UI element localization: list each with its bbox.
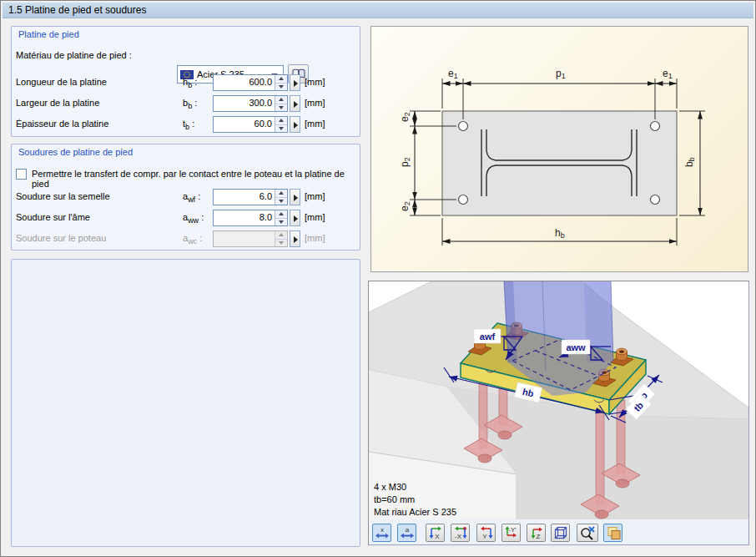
- spin-up-button: [275, 231, 287, 239]
- weld-column-row: Soudure sur le poteau awc : [mm]: [12, 230, 360, 247]
- viewport-3d[interactable]: awf aww: [369, 281, 748, 519]
- svg-text:Z: Z: [536, 533, 540, 540]
- spin-down-button[interactable]: [275, 218, 287, 226]
- svg-text:-X: -X: [455, 533, 462, 540]
- unit-label: [mm]: [305, 98, 325, 108]
- svg-text:Mat riau Acier S 235: Mat riau Acier S 235: [374, 507, 456, 517]
- dim-label-hb: hb: [555, 227, 565, 240]
- weld-flange-row: Soudure sur la semelle awf : 6.0 [mm]: [12, 189, 360, 205]
- field-symbol: awc :: [183, 233, 202, 246]
- view-y-button[interactable]: Y: [476, 524, 496, 542]
- dim-label-e1-right: e1: [663, 68, 673, 80]
- group-welds: Soudures de platine de pied Permettre le…: [11, 144, 360, 251]
- svg-text:Y: Y: [482, 533, 487, 540]
- isometric-cube-icon: [553, 525, 568, 540]
- view-y-icon: Y: [479, 525, 494, 540]
- dim-a-toggle-button[interactable]: a: [397, 524, 416, 542]
- spin-down-button[interactable]: [275, 104, 287, 112]
- unit-label: [mm]: [305, 233, 325, 243]
- spin-up-button[interactable]: [275, 75, 287, 83]
- detail-picker-button[interactable]: [290, 74, 300, 91]
- svg-text:x: x: [381, 526, 384, 534]
- weld-label-awf: awf: [480, 332, 496, 342]
- spin-down-button: [275, 239, 287, 247]
- field-symbol: tb :: [183, 119, 194, 131]
- dim-label-p2: p2: [399, 157, 411, 167]
- weld-web-input[interactable]: 8.0: [213, 210, 288, 226]
- detail-picker-button[interactable]: [290, 189, 300, 205]
- plate-drawing-svg: e1 p1 e1 e2 p2 e2 bb hb: [371, 27, 748, 271]
- svg-text:4 x M30: 4 x M30: [374, 482, 406, 492]
- scene-3d-svg: awf aww: [369, 281, 748, 519]
- spin-up-button[interactable]: [275, 117, 287, 124]
- view-minus-y-button[interactable]: -Y': [501, 524, 521, 542]
- dim-label-bb: bb: [683, 157, 696, 167]
- material-row: Matériau de platine de pied : Acier S 23…: [12, 46, 360, 66]
- spin-down-button[interactable]: [275, 197, 287, 205]
- compression-transfer-checkbox[interactable]: [16, 169, 27, 180]
- field-label: Largeur de la platine: [16, 98, 99, 108]
- spin-down-button[interactable]: [275, 83, 287, 91]
- dim-x-icon: x: [375, 526, 390, 540]
- spin-up-button[interactable]: [275, 210, 287, 218]
- group-base-plate: Platine de pied Matériau de platine de p…: [11, 26, 360, 137]
- weld-web-row: Soudure sur l'âme aww : 8.0 [mm]: [12, 210, 360, 226]
- dim-a-icon: a: [400, 526, 415, 540]
- checkbox-label: Permettre le transfert de compr. par le …: [32, 169, 360, 189]
- field-symbol: aww :: [183, 212, 204, 225]
- render-panel: awf aww: [368, 281, 749, 545]
- field-symbol: hb :: [183, 77, 197, 89]
- spin-up-button[interactable]: [275, 96, 287, 104]
- view-minus-x-icon: -X: [453, 525, 468, 540]
- group-title: Platine de pied: [18, 29, 79, 39]
- svg-text:-Y': -Y': [508, 526, 517, 534]
- dialog-base-plate-welds: 1.5 Platine de pied et soudures Platine …: [0, 0, 756, 557]
- group-title: Soudures de platine de pied: [18, 147, 133, 157]
- field-label: Soudure sur l'âme: [16, 212, 90, 222]
- plate-width-row: Largeur de la platine bb : 300.0 [mm]: [12, 95, 360, 112]
- weld-flange-input[interactable]: 6.0: [213, 189, 288, 205]
- plate-length-input[interactable]: 600.0: [213, 74, 288, 91]
- field-label: Soudure sur la semelle: [16, 191, 110, 201]
- dim-label-e2-bottom: e2: [399, 201, 411, 211]
- detail-picker-button[interactable]: [290, 210, 300, 226]
- field-label: Longueur de la platine: [16, 77, 107, 87]
- unit-label: [mm]: [305, 77, 325, 87]
- view-x-button[interactable]: X: [426, 524, 445, 542]
- unit-label: [mm]: [305, 191, 325, 201]
- plate-width-input[interactable]: 300.0: [213, 95, 288, 112]
- spin-up-button[interactable]: [275, 190, 287, 197]
- view-z-button[interactable]: Z: [527, 524, 546, 542]
- spin-down-button[interactable]: [275, 124, 287, 133]
- detail-picker-button[interactable]: [290, 95, 300, 112]
- field-symbol: awf :: [183, 191, 200, 204]
- dialog-section-title: 1.5 Platine de pied et soudures: [3, 3, 753, 18]
- render-mode-button[interactable]: [603, 524, 622, 542]
- detail-picker-button: [290, 230, 300, 247]
- zoom-original-button[interactable]: [577, 524, 598, 542]
- svg-text:a: a: [405, 526, 409, 534]
- field-label: Soudure sur le poteau: [16, 233, 106, 243]
- view-toolbar: x a X: [369, 520, 748, 544]
- layers-icon: [606, 525, 621, 540]
- compression-transfer-row: Permettre le transfert de compr. par le …: [12, 168, 360, 181]
- view-x-icon: X: [428, 525, 443, 540]
- unit-label: [mm]: [305, 212, 325, 222]
- zoom-x-icon: [579, 525, 596, 540]
- view-minus-x-button[interactable]: -X: [451, 524, 470, 542]
- field-label: Épaisseur de la platine: [16, 119, 108, 129]
- field-symbol: bb :: [183, 98, 197, 110]
- plate-thickness-row: Épaisseur de la platine tb : 60.0 [mm]: [12, 116, 360, 133]
- plate-dimension-drawing: e1 p1 e1 e2 p2 e2 bb hb: [370, 26, 748, 272]
- dim-label-e1-left: e1: [448, 68, 458, 80]
- unit-label: [mm]: [305, 119, 325, 129]
- plate-outline: [442, 111, 677, 215]
- dim-label-p1: p1: [556, 68, 566, 80]
- dim-label-e2-top: e2: [399, 112, 411, 122]
- dim-x-toggle-button[interactable]: x: [372, 524, 391, 542]
- detail-picker-button[interactable]: [290, 116, 300, 133]
- weld-label-aww: aww: [566, 342, 586, 352]
- svg-text:tb=60 mm: tb=60 mm: [374, 494, 415, 504]
- view-isometric-button[interactable]: [551, 524, 570, 542]
- plate-thickness-input[interactable]: 60.0: [213, 116, 288, 133]
